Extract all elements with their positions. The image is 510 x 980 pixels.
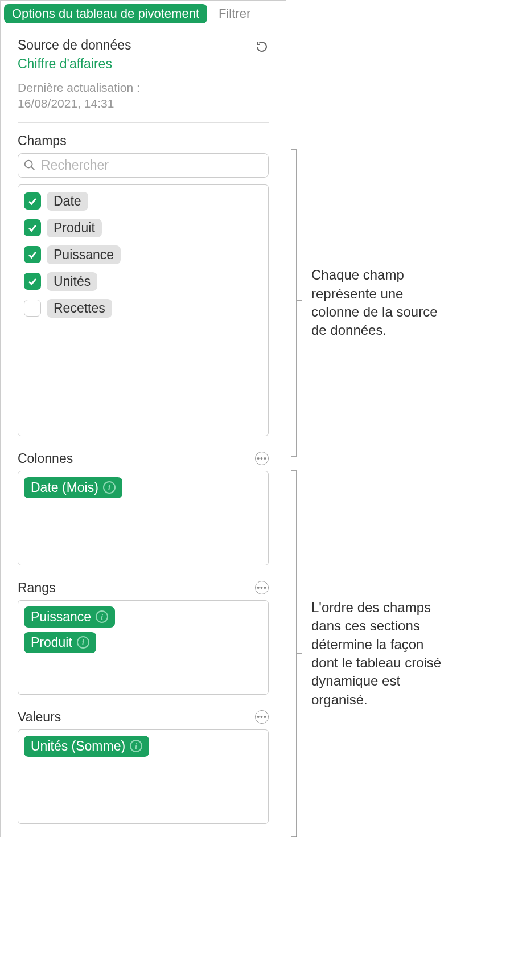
field-label[interactable]: Produit: [47, 219, 102, 237]
bracket-icon: [291, 470, 303, 837]
annotation-fields: Chaque champ représente une colonne de l…: [303, 266, 451, 340]
pill-label: Puissance: [31, 609, 91, 625]
annotation-sections: L'ordre des champs dans ces sections dét…: [303, 598, 446, 709]
row-field-pill[interactable]: Produit i: [24, 632, 96, 653]
search-input[interactable]: [18, 153, 269, 178]
more-icon[interactable]: •••: [255, 710, 269, 724]
source-name[interactable]: Chiffre d'affaires: [18, 56, 269, 72]
checkbox[interactable]: [24, 273, 41, 290]
row-field-pill[interactable]: Puissance i: [24, 606, 115, 628]
field-item[interactable]: Puissance: [24, 245, 262, 264]
divider: [18, 122, 269, 123]
field-item[interactable]: Produit: [24, 219, 262, 237]
checkbox[interactable]: [24, 300, 41, 317]
search-box: [18, 153, 269, 178]
column-field-pill[interactable]: Date (Mois) i: [24, 477, 122, 498]
info-icon[interactable]: i: [103, 481, 116, 494]
field-label[interactable]: Date: [47, 192, 88, 211]
field-label[interactable]: Unités: [47, 272, 97, 291]
search-icon: [23, 159, 36, 171]
bracket-icon: [291, 149, 303, 457]
tab-bar: Options du tableau de pivotement Filtrer: [1, 1, 286, 27]
info-icon[interactable]: i: [130, 740, 142, 752]
pill-label: Produit: [31, 635, 72, 650]
checkbox[interactable]: [24, 219, 41, 236]
more-icon[interactable]: •••: [255, 452, 269, 465]
columns-title: Colonnes: [18, 451, 73, 466]
fields-list: Date Produit Puissance: [18, 184, 269, 436]
more-icon[interactable]: •••: [255, 581, 269, 594]
pill-label: Unités (Somme): [31, 739, 125, 754]
tab-pivot-options[interactable]: Options du tableau de pivotement: [4, 4, 207, 23]
checkbox[interactable]: [24, 192, 41, 210]
svg-point-0: [25, 161, 32, 168]
values-title: Valeurs: [18, 710, 61, 725]
info-icon[interactable]: i: [96, 610, 108, 623]
field-item[interactable]: Unités: [24, 272, 262, 291]
checkbox[interactable]: [24, 246, 41, 263]
field-item[interactable]: Recettes: [24, 299, 262, 318]
fields-title: Champs: [18, 133, 269, 149]
value-field-pill[interactable]: Unités (Somme) i: [24, 736, 149, 757]
rows-title: Rangs: [18, 580, 55, 596]
columns-box[interactable]: Date (Mois) i: [18, 471, 269, 565]
info-icon[interactable]: i: [77, 636, 89, 649]
pill-label: Date (Mois): [31, 480, 98, 495]
last-updated: Dernière actualisation : 16/08/2021, 14:…: [18, 80, 269, 112]
rows-box[interactable]: Puissance i Produit i: [18, 600, 269, 695]
field-label[interactable]: Recettes: [47, 299, 112, 318]
pivot-options-panel: Options du tableau de pivotement Filtrer…: [0, 0, 286, 837]
refresh-icon[interactable]: [255, 40, 269, 54]
values-box[interactable]: Unités (Somme) i: [18, 729, 269, 824]
tab-filter[interactable]: Filtrer: [211, 4, 258, 23]
field-label[interactable]: Puissance: [47, 245, 121, 264]
source-title: Source de données: [18, 38, 131, 53]
svg-line-1: [31, 167, 35, 170]
field-item[interactable]: Date: [24, 192, 262, 211]
